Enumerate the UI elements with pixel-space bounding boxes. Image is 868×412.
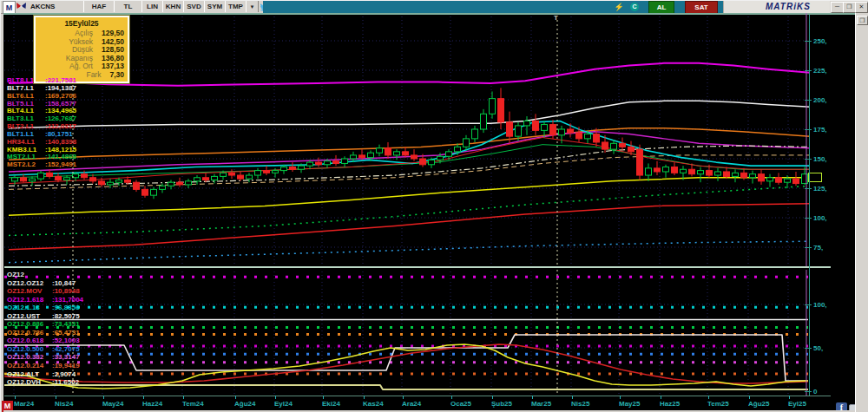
bottom-plot[interactable] [4,270,810,396]
tick [805,100,812,101]
refresh-icon[interactable]: C [629,1,640,12]
label-oz12-dvh: OZ12.DVH:11,6502 [7,378,83,387]
xaxis-tick [451,396,452,399]
symbol-input[interactable]: AKCNS [28,1,85,12]
xaxis-tick [235,396,236,399]
panel-separator[interactable] [4,266,831,268]
label-oz12-alt: OZ12.ALT:2,9074 [7,370,83,379]
label-oz12-0-382: OZ12.0.382:33,3147 [7,353,83,362]
main-ytick-100: 100, [813,214,827,222]
xaxis-tick [183,396,184,399]
tick [805,188,812,189]
matriks-m-logo[interactable]: M [3,1,16,14]
xaxis-label-may25: May25 [619,400,640,408]
tick [805,348,812,349]
butterfly-logo-icon [15,1,27,12]
toolbar-button-haf[interactable]: HAF [83,1,115,12]
xaxis-label-haz24: Haz24 [142,400,162,408]
toolbar-button-tmp[interactable]: TMP [225,1,247,12]
xaxis-label-nis24: Nis24 [55,400,73,408]
main-ytick-200: 200, [813,96,827,104]
tick [805,304,812,305]
buy-button[interactable]: AL [648,1,674,14]
label-oz12-mov: OZ12.MOV:10,8948 [7,287,83,296]
xaxis-label-tem24: Tem24 [182,400,204,408]
lightning-icon[interactable]: ⚡ [614,1,624,12]
toolbar-button-sym[interactable]: SYM [204,1,226,12]
tick [805,247,812,248]
toolbar: M AKCNS HAFTLLINKHNSVDSYMTMP ▼ ⚡ C AL SA… [1,1,868,14]
label-oz12-oz12: OZ12.OZ12:10,847 [7,279,83,288]
label-oz12-0-500: OZ12.0.500:42,7075 [7,345,83,354]
xaxis-tick [620,396,621,399]
tick [805,41,812,42]
xaxis-tick [364,396,365,399]
bottom-ytick-0: 0 [813,388,817,396]
toolbar-button-svd[interactable]: SVD [183,1,205,12]
xaxis-tick [323,396,324,399]
label-oz12-0-618: OZ12.0.618:52,1003 [7,337,83,345]
chart-dropdown-button[interactable]: ▼ [246,1,259,12]
xaxis-tick [15,396,16,399]
xaxis-label-eyl25: Eyl25 [788,400,806,408]
xaxis-label-tem25: Tem25 [707,400,729,408]
last-price-marker [808,173,822,182]
label-mst2-l2: MST2.L2:152,9491 [7,161,76,169]
xaxis-tick [275,396,276,399]
toolbar-button-lin[interactable]: LIN [141,1,163,12]
main-ytick-225: 225, [813,67,827,75]
minimize-button[interactable]: ─ [831,2,844,13]
bottom-ytick-100: 100, [813,301,827,309]
xaxis-tick [103,396,104,399]
tick [805,391,812,392]
tick [805,70,812,71]
bottom-ytick-50: 50, [813,344,823,352]
main-ytick-150: 150, [813,155,827,163]
xaxis-label-ara24: Ara24 [402,400,421,408]
xaxis-label-nis25: Nis25 [571,400,589,408]
mdi-restore-button[interactable]: ❐ [857,16,868,25]
y-axis-line [809,15,810,396]
matriks-chart-window: M AKCNS HAFTLLINKHNSVDSYMTMP ▼ ⚡ C AL SA… [0,0,868,412]
cursor-t-marker: T [554,14,558,22]
label-oz12-0-886: OZ12.0.886:73,4331 [7,320,83,329]
m-logo-letter: M [6,3,13,12]
symbol-text: AKCNS [30,3,55,10]
matriks-brand-panel: MATRiKS [723,1,830,13]
xaxis-label-eyl24: Eyl24 [274,400,293,408]
xaxis-tick [143,396,144,399]
main-ytick-125: 125, [813,185,827,193]
close-button[interactable]: ✕ [855,2,868,13]
xaxis-label-may24: May24 [102,400,123,408]
ohlc-info-box: 15Eylül25 Açılış129,50Yüksek142,50Düşük1… [34,16,129,83]
xaxis-tick [789,396,790,399]
main-ytick-175: 175, [813,126,827,134]
xaxis-tick [661,396,661,399]
sell-button[interactable]: SAT [685,1,718,14]
matriks-brand-text: MATRiKS [766,2,811,11]
xaxis-label-kas24: Kas24 [363,400,384,408]
xaxis-label-oca25: Oca25 [450,400,471,408]
xaxis-tick [572,396,573,399]
window-right-frame [855,13,868,412]
xaxis-label-mar25: Mar25 [531,400,551,408]
label-oz12-1-618: OZ12.1.618:131,7004 [7,296,83,304]
xaxis-tick [532,396,533,399]
xaxis-label-mar24: Mar24 [14,400,34,408]
xaxis-label-haz25: Haz25 [660,400,680,408]
xaxis-tick [403,396,404,399]
main-ytick-75: 75, [813,244,823,252]
toolbar-button-khn[interactable]: KHN [162,1,184,12]
label-oz12-1-18: OZ12.1.18:96,8356 [7,304,83,312]
xaxis-label-ağu24: Ağu24 [234,400,255,408]
toolbar-button-tl[interactable]: TL [114,1,142,12]
xaxis-label-şub25: Şub25 [491,400,512,408]
tick [805,129,812,130]
label-oz12-0-214: OZ12.0.214:19,9419 [7,362,83,370]
label-oz12-ust: OZ12.UST:82,5075 [7,312,83,321]
main-ytick-250: 250, [813,37,827,45]
xaxis-tick [749,396,750,399]
main-indicator-labels: BLT8.L1:221,7581BLT7.L1:194,1387BLT6.L1:… [7,77,76,169]
tick [805,218,812,219]
restore-button[interactable]: ❐ [843,2,856,13]
